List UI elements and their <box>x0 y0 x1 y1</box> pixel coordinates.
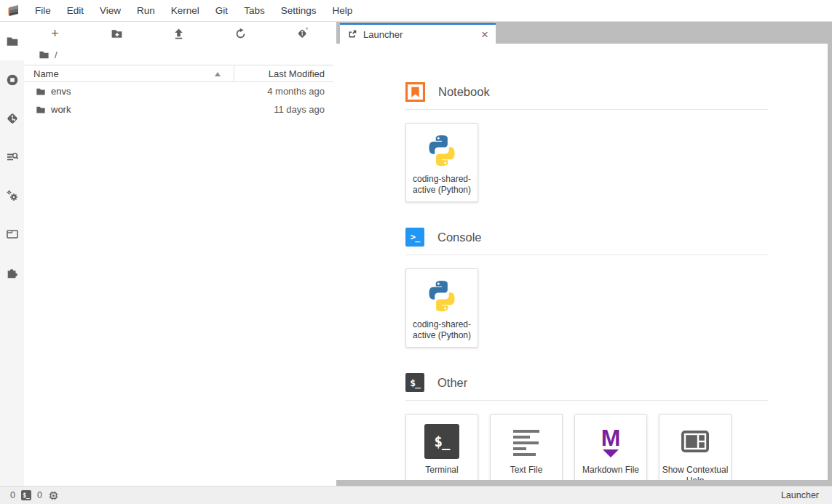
terminal-icon: $_ <box>424 424 459 459</box>
contextual-help-icon <box>678 421 713 462</box>
terminals-count: 0 <box>10 490 15 500</box>
upload-button[interactable] <box>148 22 210 45</box>
launcher-card-markdown-file[interactable]: M Markdown File <box>574 414 647 480</box>
new-folder-button[interactable] <box>86 22 148 45</box>
notebook-icon <box>405 82 425 102</box>
new-folder-icon <box>111 28 123 40</box>
terminal-status-icon[interactable]: $_ <box>21 490 31 500</box>
menu-kernel[interactable]: Kernel <box>163 0 207 21</box>
sort-ascending-icon <box>215 72 221 76</box>
status-current-activity: Launcher <box>781 490 832 500</box>
main-dock: Launcher × Notebook <box>336 22 832 486</box>
launcher-section-other: $_ Other $_ Terminal <box>405 369 768 480</box>
section-title-console: Console <box>437 231 482 244</box>
card-label: coding-shared-active (Python) <box>408 319 475 341</box>
file-modified: 11 days ago <box>234 104 333 115</box>
launcher-card-text-file[interactable]: Text File <box>490 414 563 480</box>
gears-icon <box>6 189 19 202</box>
card-label: Terminal <box>425 465 458 476</box>
console-icon: >_ <box>405 228 424 247</box>
kernels-count: 0 <box>37 490 42 500</box>
python-icon <box>423 130 461 171</box>
card-label: Text File <box>510 465 543 476</box>
tab-launcher[interactable]: Launcher × <box>340 23 496 44</box>
git-icon <box>6 112 19 125</box>
breadcrumb[interactable]: / <box>24 45 333 65</box>
section-divider <box>405 400 768 401</box>
menu-tabs[interactable]: Tabs <box>236 0 273 21</box>
launcher-card-console-python[interactable]: coding-shared-active (Python) <box>405 268 478 348</box>
file-name: work <box>51 104 71 115</box>
left-sidebar <box>0 22 24 486</box>
file-browser-toolbar: + <box>24 22 333 45</box>
card-label: Markdown File <box>582 465 639 476</box>
menu-bar: File Edit View Run Kernel Git Tabs Setti… <box>0 0 832 22</box>
menu-git[interactable]: Git <box>207 0 236 21</box>
tabs-icon <box>6 228 19 241</box>
card-label: coding-shared-active (Python) <box>408 174 475 196</box>
folder-icon <box>39 49 49 60</box>
sidebar-item-file-browser[interactable] <box>0 22 24 60</box>
git-clone-button[interactable]: * <box>272 22 333 45</box>
file-browser-panel: + <box>24 22 333 486</box>
launcher-card-contextual-help[interactable]: Show Contextual Help <box>659 414 732 480</box>
file-row-work[interactable]: work 11 days ago <box>24 100 333 119</box>
status-bar: 0 $_ 0 Launcher <box>0 486 832 504</box>
markdown-icon: M <box>593 421 628 462</box>
python-icon <box>423 276 461 316</box>
plus-icon: + <box>51 27 59 40</box>
sidebar-item-settings[interactable] <box>0 176 24 215</box>
sidebar-item-git[interactable] <box>0 99 24 137</box>
sidebar-item-open-tabs[interactable] <box>0 215 24 253</box>
text-file-icon <box>509 421 544 462</box>
inspector-icon <box>6 151 19 164</box>
menu-edit[interactable]: Edit <box>59 0 92 21</box>
refresh-icon <box>234 28 247 40</box>
menu-settings[interactable]: Settings <box>273 0 325 21</box>
name-column-label: Name <box>33 68 59 79</box>
folder-icon <box>6 35 19 48</box>
upload-icon <box>173 28 185 40</box>
folder-icon <box>36 87 46 97</box>
close-tab-icon[interactable]: × <box>480 28 490 41</box>
extensions-icon <box>6 266 19 279</box>
file-list-header: Name Last Modified <box>24 65 333 82</box>
svg-text:M: M <box>601 425 621 451</box>
column-header-last-modified[interactable]: Last Modified <box>234 68 333 79</box>
column-header-name[interactable]: Name <box>24 65 234 81</box>
tab-label: Launcher <box>363 29 474 40</box>
file-row-envs[interactable]: envs 4 months ago <box>24 82 333 100</box>
launcher-icon <box>347 29 357 39</box>
section-title-other: Other <box>437 376 467 390</box>
menu-view[interactable]: View <box>92 0 129 21</box>
refresh-button[interactable] <box>210 22 272 45</box>
menu-help[interactable]: Help <box>324 0 360 21</box>
section-divider <box>405 109 768 110</box>
kernel-chip-icon[interactable] <box>48 490 59 501</box>
sidebar-item-extensions[interactable] <box>0 253 24 292</box>
menu-file[interactable]: File <box>27 0 59 21</box>
card-label: Show Contextual Help <box>662 465 729 480</box>
launcher-section-notebook: Notebook coding-shared-active (Python) <box>405 79 768 202</box>
terminal-icon: $_ <box>405 373 424 392</box>
section-divider <box>405 255 768 255</box>
sidebar-item-running-kernels[interactable] <box>0 60 24 99</box>
new-launcher-button[interactable]: + <box>24 22 86 45</box>
launcher-card-notebook-python[interactable]: coding-shared-active (Python) <box>405 123 478 202</box>
launcher-panel: Notebook coding-shared-active (Python) <box>336 44 828 480</box>
sidebar-item-property-inspector[interactable] <box>0 137 24 176</box>
git-clone-icon: * <box>296 28 309 40</box>
file-name: envs <box>51 86 71 97</box>
running-kernels-icon <box>6 73 19 87</box>
tab-bar: Launcher × <box>336 22 832 44</box>
launcher-body: Notebook coding-shared-active (Python) <box>336 44 828 480</box>
launcher-section-console: >_ Console coding-shared-active (Python) <box>405 224 768 348</box>
file-modified: 4 months ago <box>234 86 333 97</box>
menu-run[interactable]: Run <box>129 0 163 21</box>
launcher-card-terminal[interactable]: $_ Terminal <box>405 414 478 480</box>
svg-text:*: * <box>306 28 309 33</box>
breadcrumb-path: / <box>55 49 58 60</box>
section-title-notebook: Notebook <box>438 85 490 99</box>
jupyter-logo <box>6 3 22 19</box>
folder-icon <box>36 105 46 115</box>
